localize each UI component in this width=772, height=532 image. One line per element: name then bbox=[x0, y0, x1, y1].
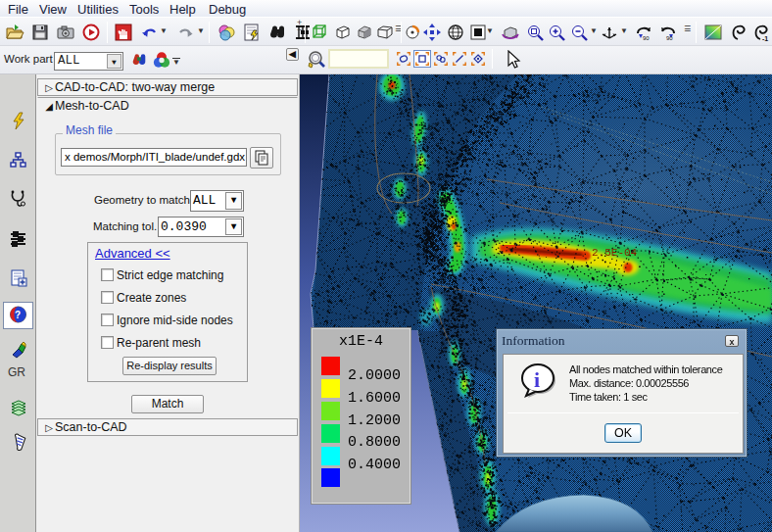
svg-text:2.5E-04: 2.5E-04 bbox=[592, 247, 638, 259]
svg-text:-1: -1 bbox=[762, 35, 768, 42]
svg-text:?: ? bbox=[15, 310, 21, 320]
svg-text:i: i bbox=[534, 367, 540, 392]
svg-text:90: 90 bbox=[666, 35, 673, 41]
svg-text:90: 90 bbox=[643, 35, 650, 41]
